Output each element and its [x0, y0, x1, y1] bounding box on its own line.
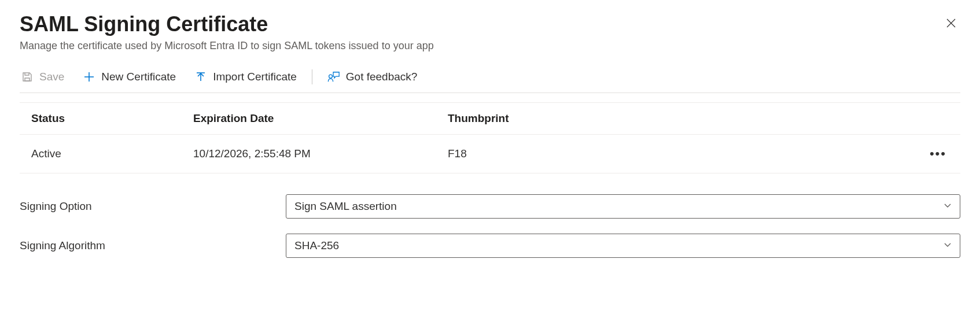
close-icon: [945, 17, 957, 31]
feedback-icon: [327, 71, 340, 83]
column-header-expiration: Expiration Date: [193, 112, 448, 125]
feedback-button[interactable]: Got feedback?: [326, 68, 419, 86]
cell-expiration: 10/12/2026, 2:55:48 PM: [193, 147, 448, 160]
signing-option-label: Signing Option: [20, 200, 286, 213]
import-certificate-label: Import Certificate: [213, 71, 297, 83]
svg-point-6: [329, 75, 332, 78]
more-icon: •••: [930, 146, 946, 161]
cell-thumbprint: F18: [448, 147, 914, 160]
save-icon: [21, 71, 34, 83]
signing-option-select[interactable]: Sign SAML assertion: [286, 194, 960, 219]
import-icon: [194, 71, 207, 83]
plus-icon: [83, 71, 95, 83]
form-section: Signing Option Sign SAML assertion Signi…: [20, 194, 960, 258]
signing-algorithm-value: SHA-256: [294, 239, 339, 252]
toolbar-separator: [312, 69, 312, 84]
new-certificate-label: New Certificate: [101, 71, 176, 83]
signing-algorithm-select[interactable]: SHA-256: [286, 234, 960, 258]
page-title: SAML Signing Certificate: [20, 12, 434, 36]
table-header: Status Expiration Date Thumbprint: [20, 102, 960, 135]
close-button[interactable]: [942, 14, 960, 34]
signing-algorithm-label: Signing Algorithm: [20, 239, 286, 252]
save-label: Save: [39, 71, 64, 83]
page-subtitle: Manage the certificate used by Microsoft…: [20, 40, 434, 52]
feedback-label: Got feedback?: [346, 71, 418, 83]
toolbar: Save New Certificate Import Certificate: [20, 68, 960, 93]
new-certificate-button[interactable]: New Certificate: [82, 68, 177, 86]
table-row: Active 10/12/2026, 2:55:48 PM F18 •••: [20, 135, 960, 173]
certificates-table: Status Expiration Date Thumbprint Active…: [20, 102, 960, 173]
column-header-status: Status: [31, 112, 193, 125]
row-more-button[interactable]: •••: [927, 144, 949, 164]
import-certificate-button[interactable]: Import Certificate: [193, 68, 298, 86]
cell-status: Active: [31, 147, 193, 160]
column-header-thumbprint: Thumbprint: [448, 112, 914, 125]
signing-option-value: Sign SAML assertion: [294, 200, 397, 213]
save-button: Save: [20, 68, 65, 86]
